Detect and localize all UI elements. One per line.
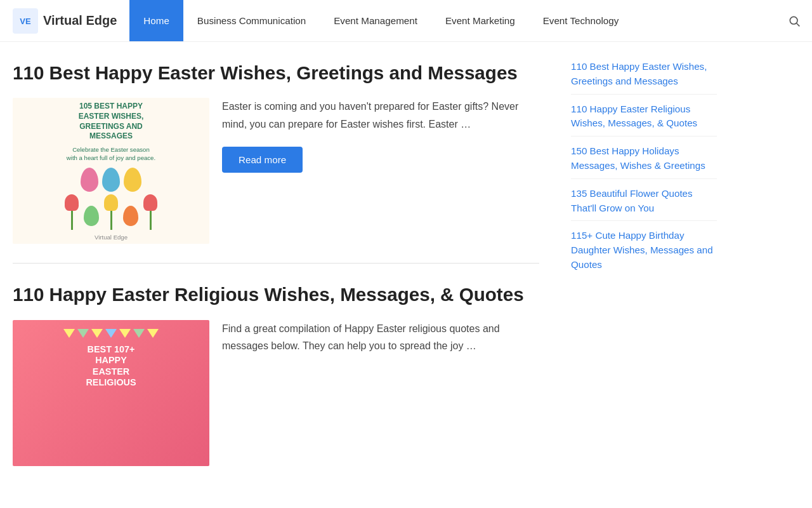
bunting-flag [147, 329, 159, 338]
sidebar-link[interactable]: 110 Best Happy Easter Wishes, Greetings … [571, 55, 717, 95]
bunting-flag [133, 329, 145, 338]
nav-link-home[interactable]: Home [129, 0, 183, 41]
sidebar-link[interactable]: 135 Beautiful Flower Quotes That'll Grow… [571, 182, 717, 222]
article-thumbnail: 105 BEST HAPPYEASTER WISHES,GREETINGS AN… [13, 98, 209, 244]
article-excerpt: Find a great compilation of Happy Easter… [222, 320, 539, 354]
tulip [104, 194, 118, 230]
svg-line-3 [797, 23, 800, 26]
bunting-flag [77, 329, 89, 338]
article-text: Easter is coming and you haven't prepare… [222, 98, 539, 172]
egg [102, 168, 120, 192]
tulip [143, 194, 157, 230]
svg-point-2 [790, 17, 797, 24]
article-thumbnail: BEST 107+HAPPYEASTERRELIGIOUS [13, 320, 209, 466]
article-body: 105 BEST HAPPYEASTER WISHES,GREETINGS AN… [13, 98, 539, 244]
article-card: 110 Best Happy Easter Wishes, Greetings … [13, 42, 539, 264]
sidebar-link-item[interactable]: 110 Best Happy Easter Wishes, Greetings … [571, 55, 717, 95]
flowers-row [65, 194, 157, 230]
article-excerpt: Easter is coming and you haven't prepare… [222, 98, 539, 132]
thumb-title-text: BEST 107+HAPPYEASTERRELIGIOUS [86, 344, 136, 388]
nav-item-home[interactable]: Home [129, 0, 183, 41]
svg-text:VE: VE [20, 17, 31, 26]
bunting-flag [119, 329, 131, 338]
nav-link-business-communication[interactable]: Business Communication [183, 0, 320, 41]
sidebar-link-item[interactable]: 150 Best Happy Holidays Messages, Wishes… [571, 139, 717, 179]
logo-icon: VE [13, 8, 38, 34]
bunting-flag [91, 329, 103, 338]
sidebar-link-item[interactable]: 110 Happy Easter Religious Wishes, Messa… [571, 97, 717, 137]
article-text: Find a great compilation of Happy Easter… [222, 320, 539, 368]
thumb-title-text: 105 BEST HAPPYEASTER WISHES,GREETINGS AN… [79, 102, 144, 141]
nav-item-event-management[interactable]: Event Management [320, 0, 431, 41]
tulip [65, 194, 79, 230]
egg [124, 168, 141, 192]
sidebar-link-item[interactable]: 115+ Cute Happy Birthday Daughter Wishes… [571, 224, 717, 277]
nav-item-event-technology[interactable]: Event Technology [529, 0, 633, 41]
article-card: 110 Happy Easter Religious Wishes, Messa… [13, 264, 539, 485]
search-icon [788, 15, 801, 27]
eggs-row [81, 168, 141, 192]
thumb-brand: Virtual Edge [95, 234, 128, 241]
page-wrapper: 110 Best Happy Easter Wishes, Greetings … [0, 42, 812, 485]
sidebar-link[interactable]: 115+ Cute Happy Birthday Daughter Wishes… [571, 224, 717, 277]
nav-item-event-marketing[interactable]: Event Marketing [431, 0, 529, 41]
site-logo[interactable]: VE Virtual Edge [0, 8, 129, 34]
egg [123, 206, 138, 226]
nav-menu: Home Business Communication Event Manage… [129, 0, 632, 41]
sidebar-link[interactable]: 150 Best Happy Holidays Messages, Wishes… [571, 139, 717, 179]
bunting-flag [63, 329, 75, 338]
nav-link-event-marketing[interactable]: Event Marketing [431, 0, 529, 41]
navbar: VE Virtual Edge Home Business Communicat… [0, 0, 812, 42]
sidebar-link-item[interactable]: 135 Beautiful Flower Quotes That'll Grow… [571, 182, 717, 222]
sidebar: 110 Best Happy Easter Wishes, Greetings … [552, 42, 730, 485]
article-title: 110 Happy Easter Religious Wishes, Messa… [13, 283, 539, 307]
logo-text: Virtual Edge [43, 13, 117, 28]
bunting-flag [105, 329, 117, 338]
main-content: 110 Best Happy Easter Wishes, Greetings … [0, 42, 552, 485]
search-button[interactable] [776, 0, 812, 41]
nav-link-event-technology[interactable]: Event Technology [529, 0, 633, 41]
read-more-button[interactable]: Read more [222, 147, 303, 173]
egg [84, 206, 99, 226]
sidebar-link[interactable]: 110 Happy Easter Religious Wishes, Messa… [571, 97, 717, 137]
sidebar-links: 110 Best Happy Easter Wishes, Greetings … [571, 55, 717, 277]
bunting [63, 329, 159, 338]
nav-link-event-management[interactable]: Event Management [320, 0, 431, 41]
thumb-subtitle-text: Celebrate the Easter seasonwith a heart … [67, 145, 155, 163]
nav-item-business-communication[interactable]: Business Communication [183, 0, 320, 41]
egg [81, 168, 98, 192]
article-title: 110 Best Happy Easter Wishes, Greetings … [13, 61, 539, 85]
article-body: BEST 107+HAPPYEASTERRELIGIOUS Find a gre… [13, 320, 539, 466]
